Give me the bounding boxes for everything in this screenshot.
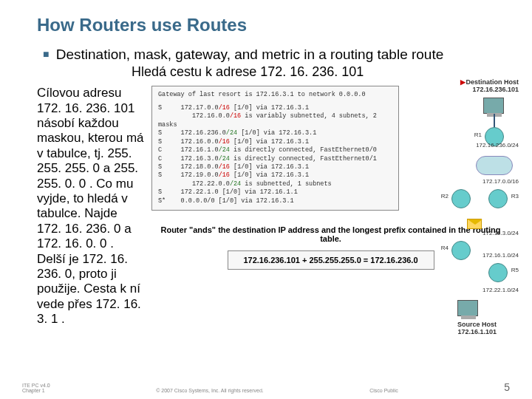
footer-copyright: © 2007 Cisco Systems, Inc. All rights re…	[156, 388, 264, 393]
src-host-title: Source Host	[457, 321, 497, 328]
route-line: C 172.16.3.0/24 is directly connected, F…	[158, 155, 392, 163]
router-r2-icon	[451, 189, 471, 208]
footer-right: Cisco Public	[369, 388, 398, 393]
route-line: C 172.16.1.0/24 is directly connected, F…	[158, 146, 392, 154]
equation-box: 172.16.236.101 + 255.255.255.0 = 172.16.…	[228, 250, 434, 270]
footer-left-2: Chapter 1	[22, 388, 50, 393]
footer: ITE PC v4.0 Chapter 1 © 2007 Cisco Syste…	[22, 381, 510, 393]
content-row: Cílovou adresu 172. 16. 236. 101 násobí …	[37, 86, 510, 327]
r5-label: R5	[511, 267, 519, 273]
routing-gateway-line: Gateway of last resort is 172.16.3.1 to …	[158, 91, 392, 99]
slide-title: How Routers use Routes	[37, 15, 510, 35]
r2-label: R2	[441, 193, 449, 200]
net-22-label: 172.22.1.0/24	[482, 287, 519, 293]
net-17-label: 172.17.0.0/16	[482, 178, 519, 185]
src-host-icon	[457, 300, 478, 316]
bullet-1-text: Destination, mask, gateway, and metric i…	[56, 47, 444, 62]
footer-left-1: ITE PC v4.0	[22, 383, 50, 388]
route-line: S 172.22.1.0 [1/0] via 172.16.1.1	[158, 188, 392, 197]
explanation-text: Cílovou adresu 172. 16. 236. 101 násobí …	[37, 86, 144, 327]
dest-host-ip: 172.16.236.101	[472, 86, 519, 93]
net-236-label: 172.16.236.0/24	[476, 142, 519, 149]
route-line: S 172.16.236.0/24 [1/0] via 172.16.3.1	[158, 129, 392, 137]
route-line: S* 0.0.0.0/0 [1/0] via 172.16.3.1	[158, 197, 392, 205]
src-host-ip: 172.16.1.101	[457, 328, 497, 335]
dest-host-title: Destination Host	[466, 78, 519, 86]
bullet-square-icon: ■	[43, 48, 49, 60]
slide: How Routers use Routes ■ Destination, ma…	[0, 0, 532, 399]
route-line: 172.22.0.0/24 is subnetted, 1 subnets	[158, 180, 392, 188]
router-r5-icon	[488, 263, 508, 282]
bullet-1: ■ Destination, mask, gateway, and metric…	[43, 46, 510, 80]
page-number: 5	[504, 381, 510, 393]
topology: ▶Destination Host 172.16.236.101 R1 172.…	[404, 78, 519, 352]
net-1-label: 172.16.1.0/24	[482, 252, 519, 259]
router-r3-icon	[488, 189, 508, 208]
envelope-icon	[467, 219, 482, 229]
diagram-area: Gateway of last resort is 172.16.3.1 to …	[151, 86, 510, 327]
route-line: S 172.18.0.0/16 [1/0] via 172.16.3.1	[158, 163, 392, 171]
routing-table-box: Gateway of last resort is 172.16.3.1 to …	[151, 86, 399, 211]
bullet-1-annotation: Hledá cestu k adrese 172. 16. 236. 101	[132, 64, 364, 79]
router-r4-icon	[451, 241, 471, 260]
route-line: S 172.17.0.0/16 [1/0] via 172.16.3.1	[158, 104, 392, 112]
r4-label: R4	[441, 245, 449, 251]
r1-label: R1	[474, 132, 482, 138]
bullet-1-sub: table route Hledá cestu k adrese 172. 16…	[65, 64, 510, 81]
dest-host-icon	[483, 98, 504, 114]
route-line: S 172.16.0.0/16 [1/0] via 172.16.3.1	[158, 138, 392, 146]
route-line: S 172.19.0.0/16 [1/0] via 172.16.3.1	[158, 171, 392, 180]
cloud-icon	[476, 156, 513, 175]
net-3-label: 172.16.3.0/24	[482, 230, 519, 236]
r3-label: R3	[511, 193, 519, 200]
route-line: 172.16.0.0/16 is variably subnetted, 4 s…	[158, 112, 392, 129]
